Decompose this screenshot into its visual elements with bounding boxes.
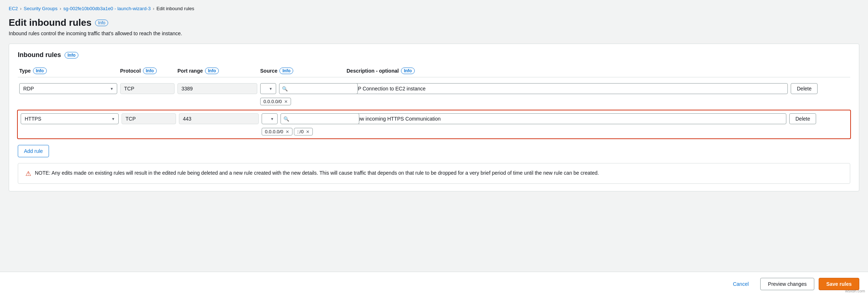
rule2-description-field[interactable]	[348, 113, 786, 124]
rule2-source-select[interactable]: Anywhere Custom My IP	[262, 113, 278, 124]
table-header: Type Info Protocol Info Port range Info …	[18, 65, 850, 77]
save-rules-button[interactable]: Save rules	[819, 278, 859, 290]
rule2-tag-1: 0.0.0.0/0 ✕	[262, 128, 292, 135]
header-port-range: Port range Info	[177, 68, 257, 74]
rule-row-1: RDP HTTPS HTTP SSH ▼ Custom	[18, 80, 850, 108]
watermark: wsxdn.com	[845, 289, 865, 293]
rule1-source-cell: Custom Anywhere My IP ▼ 🔍 0.0.0.0/0	[260, 83, 344, 105]
rule1-protocol-field	[120, 83, 175, 94]
rule1-type-select-wrapper: RDP HTTPS HTTP SSH ▼	[19, 83, 117, 94]
breadcrumb-ec2[interactable]: EC2	[9, 6, 18, 11]
rule2-protocol-cell	[122, 113, 176, 124]
rule2-search-wrapper: 🔍	[281, 113, 359, 124]
breadcrumb-security-groups[interactable]: Security Groups	[24, 6, 57, 11]
rule2-source-cell: Anywhere Custom My IP ▼ 🔍 0.0.0.0/0	[262, 113, 345, 135]
rule2-search-input[interactable]	[281, 113, 359, 124]
rule2-search-icon: 🔍	[283, 116, 289, 122]
breadcrumb-sg-id[interactable]: sg-002fe10b00db3a1e0 - launch-wizard-3	[64, 6, 151, 11]
rule1-search-icon: 🔍	[282, 86, 288, 92]
breadcrumb-current: Edit inbound rules	[156, 6, 194, 11]
header-source: Source Info	[260, 68, 344, 74]
rule1-port-cell	[177, 83, 257, 94]
rule1-source-select[interactable]: Custom Anywhere My IP	[260, 83, 276, 94]
header-port-info[interactable]: Info	[205, 68, 219, 74]
rule1-type-cell: RDP HTTPS HTTP SSH ▼	[19, 83, 117, 94]
rule2-tag-1-close[interactable]: ✕	[286, 129, 289, 134]
rule2-type-cell: HTTPS RDP HTTP SSH ▼	[21, 113, 119, 124]
rule2-port-cell	[179, 113, 259, 124]
page-title: Edit inbound rules	[9, 17, 91, 28]
rule1-description-cell	[347, 83, 788, 94]
page-description: Inbound rules control the incoming traff…	[9, 31, 859, 36]
rule1-type-select[interactable]: RDP HTTPS HTTP SSH	[19, 83, 117, 94]
cancel-button[interactable]: Cancel	[726, 278, 756, 290]
rule2-tag-2-close[interactable]: ✕	[306, 129, 310, 134]
header-actions	[791, 68, 849, 74]
page-info-link[interactable]: Info	[95, 20, 108, 26]
header-type-info[interactable]: Info	[33, 68, 47, 74]
preview-changes-button[interactable]: Preview changes	[760, 278, 814, 290]
header-description-info[interactable]: Info	[401, 68, 415, 74]
header-source-info[interactable]: Info	[279, 68, 293, 74]
note-text: NOTE: Any edits made on existing rules w…	[35, 169, 599, 177]
rule1-search-input[interactable]	[279, 83, 358, 94]
inbound-rules-card: Inbound rules Info Type Info Protocol In…	[9, 44, 859, 191]
rule2-description-cell	[348, 113, 786, 124]
rule1-port-field	[177, 83, 257, 94]
card-info-link[interactable]: Info	[65, 52, 78, 58]
footer: Cancel Preview changes Save rules	[0, 272, 868, 296]
rule2-port-field	[179, 113, 259, 124]
rule2-type-select[interactable]: HTTPS RDP HTTP SSH	[21, 113, 119, 124]
rule1-delete-cell: Delete	[791, 83, 849, 94]
breadcrumb: EC2 › Security Groups › sg-002fe10b00db3…	[9, 6, 859, 11]
rule2-delete-cell: Delete	[789, 113, 847, 124]
rule1-protocol-cell	[120, 83, 175, 94]
rule1-description-field[interactable]	[347, 83, 788, 94]
page-title-container: Edit inbound rules Info	[9, 17, 859, 28]
rule2-tag-2: ::/0 ✕	[294, 128, 313, 135]
rule2-tag-container: 0.0.0.0/0 ✕ ::/0 ✕	[262, 128, 345, 135]
card-title: Inbound rules Info	[18, 51, 850, 59]
rule2-protocol-field	[122, 113, 176, 124]
rule2-source-select-wrapper: Anywhere Custom My IP ▼	[262, 113, 278, 124]
add-rule-container: Add rule	[18, 141, 850, 157]
rule1-search-wrapper: 🔍	[279, 83, 358, 94]
warning-icon: ⚠	[25, 170, 31, 178]
rule1-source-select-wrapper: Custom Anywhere My IP ▼	[260, 83, 276, 94]
rule2-delete-button[interactable]: Delete	[789, 113, 816, 124]
rule1-tag-container: 0.0.0.0/0 ✕	[260, 98, 344, 105]
note-box: ⚠ NOTE: Any edits made on existing rules…	[18, 163, 850, 184]
add-rule-button[interactable]: Add rule	[18, 145, 49, 157]
header-protocol-info[interactable]: Info	[143, 68, 157, 74]
header-type: Type Info	[19, 68, 117, 74]
rule1-tag-1: 0.0.0.0/0 ✕	[260, 98, 291, 105]
rule1-tag-1-close[interactable]: ✕	[284, 99, 288, 104]
card-title-text: Inbound rules	[18, 51, 61, 59]
rule1-delete-button[interactable]: Delete	[791, 83, 818, 94]
rule-row-2: HTTPS RDP HTTP SSH ▼ Anywhe	[17, 110, 851, 139]
header-description: Description - optional Info	[347, 68, 788, 74]
rule2-type-select-wrapper: HTTPS RDP HTTP SSH ▼	[21, 113, 119, 124]
header-protocol: Protocol Info	[120, 68, 175, 74]
